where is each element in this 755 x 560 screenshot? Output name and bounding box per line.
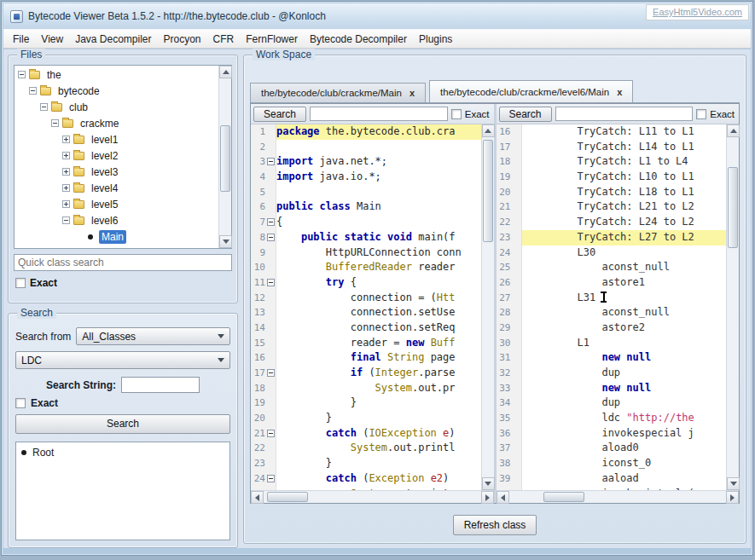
scrollbar-thumb[interactable] [267,492,308,502]
expand-icon[interactable] [62,184,70,192]
pane-search-input[interactable] [555,107,694,121]
tree-node-level2[interactable]: level2 [15,147,218,164]
scrollbar-thumb[interactable] [220,125,230,192]
collapse-icon[interactable] [51,119,59,127]
tree-node-level1[interactable]: level1 [15,131,218,147]
tree-node-main[interactable]: Main [15,228,218,245]
quick-class-search-input[interactable] [14,254,232,271]
fold-icon[interactable] [267,158,275,165]
menu-item-procyon[interactable]: Procyon [158,31,207,48]
search-result-root[interactable]: Root [18,445,228,460]
scroll-left-icon[interactable] [497,491,509,504]
vertical-scrollbar[interactable] [481,124,494,490]
refresh-class-button[interactable]: Refresh class [453,515,537,535]
collapse-icon[interactable] [40,103,48,111]
horizontal-scrollbar[interactable] [251,490,494,503]
scroll-down-icon[interactable] [219,235,232,248]
line-number: 39 [497,471,511,487]
scroll-right-icon[interactable] [726,491,739,504]
collapse-icon[interactable] [29,87,37,95]
files-exact-checkbox[interactable] [15,278,26,288]
expand-icon[interactable] [62,136,70,143]
scroll-up-icon[interactable] [482,124,495,137]
pane-exact-checkbox[interactable] [451,109,462,119]
scroll-left-icon[interactable] [251,491,264,504]
scroll-right-icon[interactable] [481,491,494,504]
search-from-select[interactable]: All_Classes [76,327,230,345]
expand-icon[interactable] [62,168,70,176]
tab-the-bytecode-club-crackme-main[interactable]: the/bytecode/club/crackme/Mainx [250,83,426,102]
scrollbar-thumb[interactable] [543,492,584,502]
scroll-down-icon[interactable] [482,477,495,490]
menu-item-cfr[interactable]: CFR [207,31,241,48]
menu-item-view[interactable]: View [35,31,69,48]
search-button[interactable]: Search [15,414,230,434]
vertical-scrollbar[interactable] [726,124,739,490]
search-type-select[interactable]: LDC [15,351,230,369]
fold-icon[interactable] [267,234,275,241]
pane-search-button[interactable]: Search [253,107,306,122]
folder-icon [73,152,84,160]
tab-the-bytecode-club-crackme-level6-main[interactable]: the/bytecode/club/crackme/level6/Mainx [429,80,633,102]
java-code-editor[interactable]: 1package the.bytecode.club.cra23import j… [251,124,481,490]
pane-exact-checkbox[interactable] [696,109,706,119]
bytecode-editor[interactable]: 16 TryCatch: L11 to L117 TryCatch: L14 t… [497,124,727,490]
tree-node-main[interactable]: Main [15,245,218,248]
line-number: 30 [497,336,511,351]
scroll-up-icon[interactable] [727,124,740,137]
tree-node-level6[interactable]: level6 [15,212,218,228]
menu-item-file[interactable]: File [7,31,35,48]
expand-icon[interactable] [62,200,70,208]
folder-icon [29,71,40,79]
code-line: 18 TryCatch: L1 to L4 [497,154,727,170]
folder-icon [73,184,84,193]
menu-item-plugins[interactable]: Plugins [413,31,458,48]
file-tree[interactable]: thebytecodeclubcrackmelevel1level2level3… [15,66,218,248]
tree-node-level3[interactable]: level3 [15,164,218,180]
code-line: 9 HttpURLConnection conn [251,245,481,261]
horizontal-scrollbar[interactable] [497,490,740,503]
fold-icon[interactable] [267,475,275,482]
tree-node-level4[interactable]: level4 [15,180,218,196]
scrollbar-thumb[interactable] [728,167,738,248]
fold-icon[interactable] [267,430,275,437]
pane-search-button[interactable]: Search [499,107,552,122]
tab-label: the/bytecode/club/crackme/Main [261,88,402,98]
tree-node-level5[interactable]: level5 [15,196,218,212]
search-result-label: Root [32,447,54,459]
collapse-icon[interactable] [18,71,26,78]
code-line: 17 TryCatch: L14 to L1 [497,140,727,155]
pane-search-input[interactable] [310,107,448,121]
code-line: 38 iconst_0 [497,456,727,471]
fold-icon[interactable] [267,279,275,286]
menu-item-fernflower[interactable]: FernFlower [240,31,304,48]
scroll-up-icon[interactable] [219,66,232,78]
fold-icon[interactable] [267,218,275,226]
gutter: 22 [251,441,276,456]
tree-node-the[interactable]: the [15,66,218,83]
collapse-icon[interactable] [62,216,70,224]
tree-node-club[interactable]: club [15,99,218,115]
code-line: 37 aload0 [497,441,727,456]
menu-item-java-decompiler[interactable]: Java Decompiler [69,31,157,48]
search-exact-checkbox[interactable] [15,398,26,408]
code-line: 1package the.bytecode.club.cra [251,124,481,140]
file-tree-scrollbar[interactable] [218,66,231,248]
tree-node-bytecode[interactable]: bytecode [15,83,218,99]
tab-close-icon[interactable]: x [617,87,622,97]
gutter: 18 [251,381,276,396]
code-line: 27 L31 [497,291,727,306]
line-number: 34 [497,395,511,411]
search-string-input[interactable] [121,377,200,393]
scrollbar-thumb[interactable] [483,140,493,242]
tab-close-icon[interactable]: x [409,88,415,98]
scroll-down-icon[interactable] [727,477,740,490]
menu-item-bytecode-decompiler[interactable]: Bytecode Decompiler [304,31,413,48]
code-line: 35 ldc "http://the [497,411,727,426]
tree-node-crackme[interactable]: crackme [15,115,218,131]
expand-icon[interactable] [62,152,70,159]
watermark-link[interactable]: EasyHtml5Video.com [646,4,749,20]
fold-icon[interactable] [267,369,275,377]
folder-icon [51,103,62,112]
search-results[interactable]: Root [15,442,230,540]
